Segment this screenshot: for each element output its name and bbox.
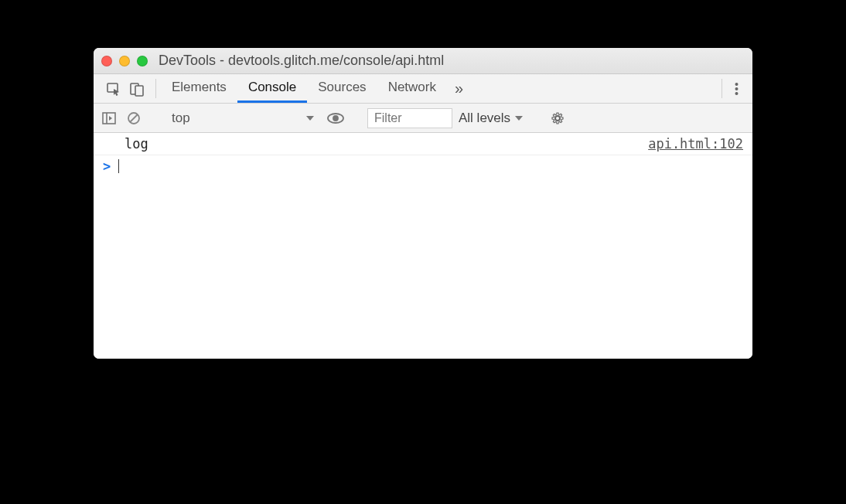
console-toolbar: top All levels xyxy=(94,104,752,133)
tab-sources[interactable]: Sources xyxy=(307,74,377,103)
svg-point-3 xyxy=(735,83,739,86)
log-levels-selector[interactable]: All levels xyxy=(459,111,523,126)
log-text: log xyxy=(125,136,148,152)
text-cursor xyxy=(118,159,119,173)
window-title: DevTools - devtools.glitch.me/console/ap… xyxy=(159,53,444,69)
device-toggle-icon[interactable] xyxy=(129,81,145,97)
tabbar: Elements Console Sources Network » xyxy=(94,74,752,104)
chevron-down-icon xyxy=(515,116,523,121)
console-prompt[interactable]: > xyxy=(94,155,752,177)
prompt-caret-icon: > xyxy=(103,158,111,174)
tabs-overflow-button[interactable]: » xyxy=(447,74,471,103)
close-icon[interactable] xyxy=(101,56,112,66)
devtools-window: DevTools - devtools.glitch.me/console/ap… xyxy=(94,48,752,359)
svg-rect-2 xyxy=(135,86,143,96)
separator xyxy=(721,79,722,98)
inspect-element-icon[interactable] xyxy=(106,81,121,97)
svg-point-5 xyxy=(735,92,739,95)
context-label: top xyxy=(172,111,190,126)
log-levels-label: All levels xyxy=(459,111,510,126)
log-entry: log api.html:102 xyxy=(94,133,752,155)
menu-button[interactable] xyxy=(727,74,746,103)
tab-elements[interactable]: Elements xyxy=(161,74,237,103)
tab-network[interactable]: Network xyxy=(377,74,447,103)
separator xyxy=(155,79,156,98)
svg-point-4 xyxy=(735,87,739,90)
log-source-link[interactable]: api.html:102 xyxy=(648,136,743,152)
sidebar-toggle-icon[interactable] xyxy=(100,109,118,128)
svg-line-9 xyxy=(130,114,138,122)
tab-console[interactable]: Console xyxy=(237,74,307,103)
chevron-down-icon xyxy=(306,116,314,121)
clear-console-icon[interactable] xyxy=(125,109,143,128)
minimize-icon[interactable] xyxy=(119,56,130,66)
settings-icon[interactable] xyxy=(545,111,570,126)
live-expression-icon[interactable] xyxy=(326,109,345,128)
traffic-lights xyxy=(101,56,148,66)
filter-input[interactable] xyxy=(367,108,452,128)
console-output: log api.html:102 > xyxy=(94,133,752,359)
svg-point-11 xyxy=(333,116,338,121)
context-selector[interactable]: top xyxy=(165,108,320,128)
maximize-icon[interactable] xyxy=(137,56,148,66)
titlebar: DevTools - devtools.glitch.me/console/ap… xyxy=(94,48,752,74)
